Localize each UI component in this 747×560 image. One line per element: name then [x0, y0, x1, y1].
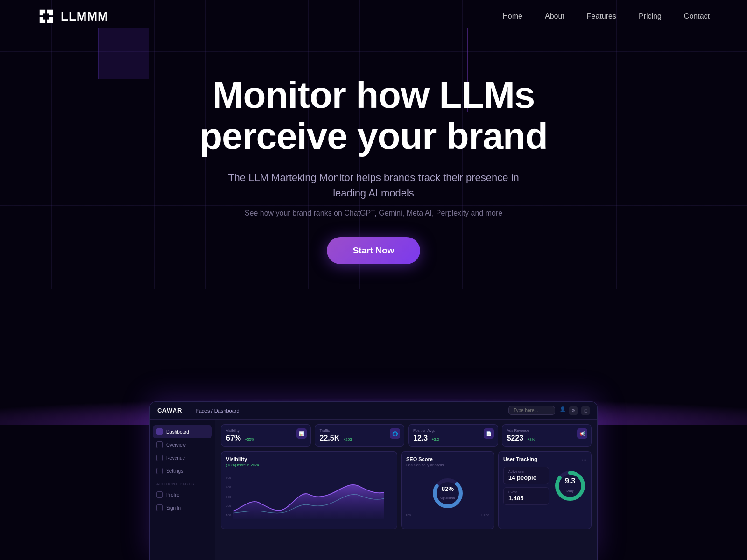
user-tracking-card: User Tracking ··· Active user 14 people … [498, 451, 592, 529]
sidebar-section-label: ACCOUNT PAGES [150, 477, 215, 488]
dashboard-topbar: CAWAR Pages / Dashboard 👤 ⚙ ◻ [150, 402, 597, 420]
user-tracking-header: User Tracking ··· [503, 456, 586, 463]
dashboard-main: Visibility 67% +55% 📊 Traffic 22.5K +253… [215, 420, 597, 560]
overview-icon [156, 441, 163, 448]
stat-traffic: Traffic 22.5K +253 🌐 [315, 424, 405, 447]
revenue-icon [156, 455, 163, 461]
profile-icon [156, 491, 163, 498]
traffic-icon: 🌐 [390, 428, 400, 439]
svg-rect-4 [43, 13, 49, 19]
stat-revenue-value: $223 +8% [507, 434, 587, 442]
seo-score-subtitle: Basis on daily analysis [406, 463, 489, 467]
stat-position: Position Avg. 12.3 +3.2 📄 [408, 424, 498, 447]
seo-score-display: 82% Optimised 0% 100% [406, 471, 489, 522]
stat-position-value: 12.3 +3.2 [413, 434, 493, 442]
nav-home[interactable]: Home [502, 12, 522, 20]
svg-text:500: 500 [226, 476, 231, 479]
user-stats-column: Active user 14 people Event 1,485 [503, 467, 549, 505]
nav-contact[interactable]: Contact [684, 12, 710, 20]
nav-about[interactable]: About [545, 12, 564, 20]
dashboard-icon [156, 428, 163, 435]
hero-subtext2: See how your brand ranks on ChatGPT, Gem… [0, 209, 747, 217]
visibility-icon: 📊 [296, 428, 307, 439]
svg-text:300: 300 [226, 495, 231, 498]
hero-section: Monitor how LLMs perceive your brand The… [0, 33, 747, 264]
logo-area: LLMMM [37, 7, 108, 25]
sidebar-item-settings[interactable]: Settings [150, 464, 215, 477]
sidebar: Dashboard Overview Revenue Settings ACCO… [150, 420, 215, 560]
search-input[interactable] [508, 406, 555, 415]
event-box: Event 1,485 [503, 487, 549, 505]
hero-subtext: The LLM Marteking Monitor helps brands t… [224, 170, 523, 201]
start-now-button[interactable]: Start Now [327, 237, 421, 264]
dashboard-body: Dashboard Overview Revenue Settings ACCO… [150, 420, 597, 560]
seo-percent-value: 82% Optimised [440, 485, 455, 500]
stat-revenue: Ads Revenue $223 +8% 📢 [502, 424, 592, 447]
hero-headline: Monitor how LLMs perceive your brand [163, 75, 584, 157]
user-tracking-body: Active user 14 people Event 1,485 [503, 467, 586, 505]
signin-icon [156, 504, 163, 511]
dashboard-preview: CAWAR Pages / Dashboard 👤 ⚙ ◻ Dashboard … [149, 401, 598, 560]
svg-text:200: 200 [226, 504, 231, 507]
seo-score-card: SEO Score Basis on daily analysis 82% Op… [401, 451, 494, 529]
nav-pricing[interactable]: Pricing [639, 12, 662, 20]
stat-visibility: Visibility 67% +55% 📊 [221, 424, 311, 447]
dashboard-logo: CAWAR [157, 407, 182, 414]
sidebar-item-dashboard[interactable]: Dashboard [153, 425, 212, 438]
logo-icon [37, 7, 55, 25]
logo-text: LLMMM [61, 9, 108, 24]
navbar: LLMMM Home About Features Pricing Contac… [0, 0, 747, 33]
breadcrumb: Pages / Dashboard [195, 408, 239, 413]
stats-row: Visibility 67% +55% 📊 Traffic 22.5K +253… [221, 424, 592, 447]
sidebar-item-signin[interactable]: Sign In [150, 501, 215, 514]
avg-value-display: 9.3 Daily [565, 477, 575, 494]
dots-menu-icon[interactable]: ··· [582, 456, 586, 463]
settings-icon[interactable]: ⚙ [569, 406, 578, 415]
revenue-chart-icon: 📢 [577, 428, 587, 439]
sidebar-item-overview[interactable]: Overview [150, 438, 215, 451]
visibility-chart-card: Visibility (+8%) more in 2024 500 400 30… [221, 451, 397, 529]
bell-icon[interactable]: ◻ [581, 406, 590, 415]
stat-traffic-value: 22.5K +253 [320, 434, 400, 442]
svg-text:100: 100 [226, 513, 231, 517]
nav-links: Home About Features Pricing Contact [502, 12, 710, 21]
active-user-box: Active user 14 people [503, 467, 549, 484]
visibility-chart-badge: (+8%) more in 2024 [226, 463, 392, 467]
seo-donut-chart: 82% Optimised [431, 477, 464, 510]
position-icon: 📄 [484, 428, 494, 439]
user-tracking-title: User Tracking [503, 456, 537, 462]
sidebar-item-profile[interactable]: Profile [150, 488, 215, 501]
visibility-chart-title: Visibility [226, 456, 392, 462]
charts-row: Visibility (+8%) more in 2024 500 400 30… [221, 451, 592, 529]
sidebar-item-revenue[interactable]: Revenue [150, 451, 215, 464]
svg-text:400: 400 [226, 485, 231, 489]
topbar-icons: 👤 ⚙ ◻ [560, 406, 590, 415]
settings-sidebar-icon [156, 468, 163, 474]
nav-features[interactable]: Features [587, 12, 616, 20]
user-icon: 👤 [560, 406, 565, 415]
avg-gauge: 9.3 Daily [554, 469, 586, 502]
seo-score-title: SEO Score [406, 456, 489, 462]
seo-x-axis: 0% 100% [406, 513, 489, 517]
visibility-area-chart: 500 400 300 200 100 [226, 471, 392, 522]
stat-visibility-value: 67% +55% [226, 434, 306, 442]
